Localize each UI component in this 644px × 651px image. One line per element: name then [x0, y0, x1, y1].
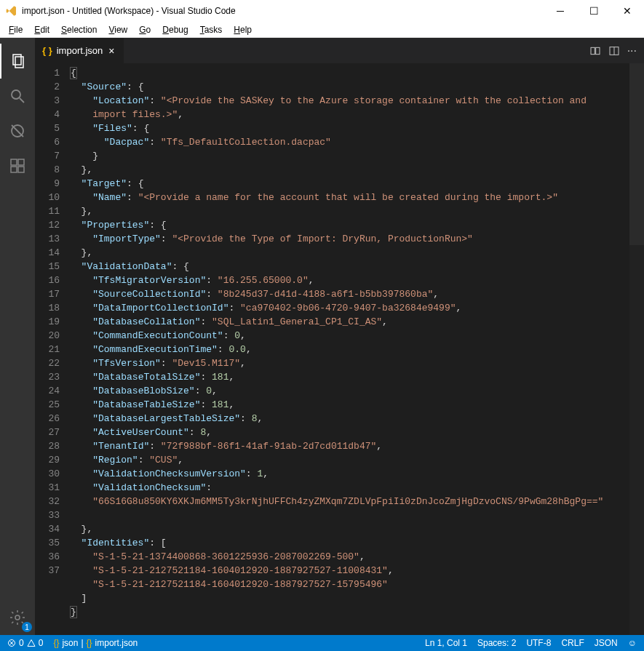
svg-rect-9: [18, 167, 24, 172]
menu-view[interactable]: View: [103, 23, 133, 36]
status-encoding[interactable]: UTF-8: [526, 638, 551, 648]
window-maximize-button[interactable]: ☐: [577, 0, 611, 22]
tab-import-json[interactable]: { } import.json ×: [35, 38, 124, 63]
window-close-button[interactable]: ✕: [611, 0, 644, 22]
debug-icon[interactable]: [0, 113, 35, 148]
svg-line-3: [20, 98, 24, 103]
menu-tasks[interactable]: Tasks: [194, 23, 228, 36]
json-file-icon: { }: [42, 45, 52, 56]
menu-file[interactable]: File: [3, 23, 28, 36]
svg-rect-6: [11, 159, 17, 165]
split-editor-icon[interactable]: [608, 45, 620, 57]
settings-icon[interactable]: [0, 600, 35, 635]
status-problems[interactable]: 0 0: [7, 638, 43, 648]
tab-label: import.json: [57, 45, 103, 56]
minimap[interactable]: [629, 63, 644, 635]
status-eol[interactable]: CRLF: [561, 638, 584, 648]
status-feedback-icon[interactable]: ☺: [628, 638, 637, 648]
svg-point-10: [15, 615, 20, 620]
menu-edit[interactable]: Edit: [28, 23, 55, 36]
status-language[interactable]: JSON: [595, 638, 618, 648]
status-bar: 0 0 {}json | {}import.json Ln 1, Col 1 S…: [0, 635, 644, 651]
svg-rect-1: [15, 57, 23, 68]
editor-area[interactable]: 1234567891011121314151617181920212223242…: [35, 63, 644, 635]
status-cursor-position[interactable]: Ln 1, Col 1: [425, 638, 467, 648]
search-icon[interactable]: [0, 79, 35, 113]
more-actions-icon[interactable]: ···: [627, 44, 637, 57]
line-number-gutter: 1234567891011121314151617181920212223242…: [35, 63, 70, 635]
menu-go[interactable]: Go: [133, 23, 156, 36]
menubar: File Edit Selection View Go Debug Tasks …: [0, 22, 644, 38]
tab-close-icon[interactable]: ×: [107, 45, 116, 57]
svg-rect-11: [591, 47, 595, 54]
menu-debug[interactable]: Debug: [156, 23, 194, 36]
code-content[interactable]: { "Source": { "Location": "<Provide the …: [70, 63, 644, 635]
svg-rect-12: [595, 47, 599, 54]
window-minimize-button[interactable]: ─: [544, 0, 577, 22]
svg-rect-0: [13, 55, 21, 65]
menu-help[interactable]: Help: [228, 23, 258, 36]
menu-selection[interactable]: Selection: [55, 23, 103, 36]
compare-changes-icon[interactable]: [589, 45, 601, 57]
status-file-path[interactable]: {}json | {}import.json: [53, 638, 138, 648]
vscode-logo-icon: [6, 5, 17, 17]
svg-point-2: [12, 90, 20, 99]
svg-rect-7: [18, 159, 24, 165]
window-title: import.json - Untitled (Workspace) - Vis…: [22, 6, 544, 16]
extensions-icon[interactable]: [0, 148, 35, 183]
editor-tabs: { } import.json × ···: [35, 38, 644, 63]
svg-rect-8: [11, 167, 17, 172]
activity-bar: [0, 38, 35, 635]
titlebar: import.json - Untitled (Workspace) - Vis…: [0, 0, 644, 22]
explorer-icon[interactable]: [0, 44, 35, 79]
status-indentation[interactable]: Spaces: 2: [477, 638, 516, 648]
